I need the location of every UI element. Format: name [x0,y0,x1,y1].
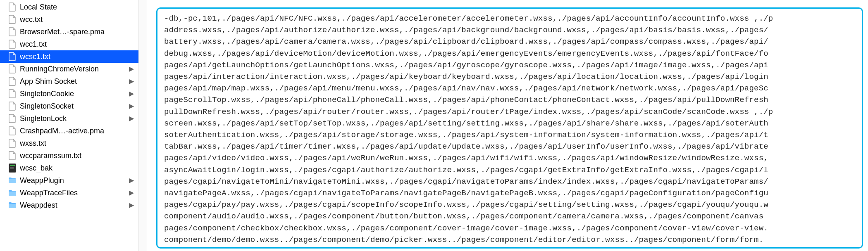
exec-icon [8,163,17,173]
svg-rect-3 [10,168,14,169]
file-list-item-label: wccparamssum.txt [20,149,135,162]
file-list-item[interactable]: CrashpadM…-active.pma [0,125,138,137]
file-list-item[interactable]: RunningChromeVersion▶ [0,63,138,75]
svg-rect-2 [10,167,14,168]
doc-blank-icon [8,64,17,74]
file-list-item-label: wxss.txt [20,137,135,149]
chevron-right-icon: ▶ [128,100,135,112]
content-line: debug.wxss,./pages/api/deviceMotion/devi… [164,48,855,59]
file-content-selection[interactable]: -db,-pc,101,./pages/api/NFC/NFC.wxss,./p… [156,7,863,249]
file-list-item-label: Weappdest [20,199,126,211]
file-list-item[interactable]: wcc1.txt [0,38,138,50]
content-line: asyncAwaitLogin/login.wxss,./pages/cgapi… [164,164,855,176]
chevron-right-icon: ▶ [128,63,135,75]
app-root: Local Statewcc.txtBrowserMet…-spare.pmaw… [0,0,868,251]
file-list-item[interactable]: App Shim Socket▶ [0,75,138,88]
file-list: Local Statewcc.txtBrowserMet…-spare.pmaw… [0,0,138,251]
file-list-item-label: App Shim Socket [20,75,126,88]
chevron-right-icon: ▶ [128,187,135,199]
doc-blank-icon [8,14,17,24]
doc-blank-icon [8,2,17,12]
file-list-item[interactable]: WeappTraceFiles▶ [0,187,138,199]
content-line: navigatePageA.wxss,./pages/cgapi/navigat… [164,187,855,199]
content-line: pages/component/checkbox/checkbox.wxss,.… [164,223,855,234]
file-list-item[interactable]: Local State [0,1,138,13]
file-list-item-label: Local State [20,1,135,13]
doc-blank-icon [8,27,17,37]
content-line: pages/api/video/video.wxss,./pages/api/w… [164,152,855,164]
doc-blank-icon [8,114,17,123]
doc-blank-icon [8,151,17,161]
doc-blank-icon [8,39,17,49]
file-list-item-label: SingletonCookie [20,88,126,100]
file-preview-pane: -db,-pc,101,./pages/api/NFC/NFC.wxss,./p… [147,0,868,251]
chevron-right-icon: ▶ [128,174,135,187]
file-list-item-label: SingletonSocket [20,100,126,112]
content-line: pages/api/getLaunchOptions/getLaunchOpti… [164,59,855,71]
file-list-item[interactable]: SingletonCookie▶ [0,88,138,100]
folder-icon [8,188,17,198]
doc-blank-icon [8,101,17,111]
content-line: soterAuthentication.wxss,./pages/api/sto… [164,129,855,141]
content-line: pullDownRefresh.wxss,./pages/api/router/… [164,106,855,118]
chevron-right-icon: ▶ [128,112,135,125]
file-list-item[interactable]: wxss.txt [0,137,138,149]
file-list-item-label: CrashpadM…-active.pma [20,125,135,137]
file-list-item-label: SingletonLock [20,112,126,125]
content-line: component/audio/audio.wxss,./pages/compo… [164,211,855,222]
sidebar-scrollbar[interactable] [138,0,147,251]
content-line: -db,-pc,101,./pages/api/NFC/NFC.wxss,./p… [164,13,855,24]
file-list-item-label: wcsc1.txt [20,50,135,63]
svg-rect-1 [10,165,15,166]
file-list-sidebar: Local Statewcc.txtBrowserMet…-spare.pmaw… [0,0,147,251]
content-line: pages/api/map/map.wxss,./pages/api/menu/… [164,83,855,94]
doc-blank-icon [8,126,17,136]
file-list-item[interactable]: wccparamssum.txt [0,149,138,162]
doc-blank-icon [8,76,17,86]
content-line: pageScrollTop.wxss,./pages/api/phoneCall… [164,94,855,106]
doc-blank-icon [8,89,17,99]
file-list-item-label: WeappTraceFiles [20,187,126,199]
file-list-item[interactable]: wcsc1.txt [0,50,138,63]
file-list-item[interactable]: WeappPlugin▶ [0,174,138,187]
content-line: pages/cgapi/navigateToMini/navigateToMin… [164,176,855,187]
content-line: pages/api/interaction/interaction.wxss,.… [164,71,855,83]
file-list-item[interactable]: BrowserMet…-spare.pma [0,26,138,38]
file-list-item[interactable]: wcc.txt [0,13,138,26]
content-line: address.wxss,./pages/api/authorize/autho… [164,24,855,36]
file-list-item-label: wcsc_bak [20,162,135,174]
folder-icon [8,175,17,185]
content-line: tabBar.wxss,./pages/api/timer/timer.wxss… [164,141,855,152]
content-line: component/demo/demo.wxss../pages/compone… [164,234,855,246]
file-list-item[interactable]: SingletonSocket▶ [0,100,138,112]
doc-blank-icon [8,138,17,148]
file-list-item[interactable]: SingletonLock▶ [0,112,138,125]
file-list-item-label: WeappPlugin [20,174,126,187]
doc-blank-icon [8,52,17,62]
content-line: screen.wxss,./pages/api/setTop/setTop.wx… [164,118,855,129]
file-list-item-label: BrowserMet…-spare.pma [20,26,135,38]
chevron-right-icon: ▶ [128,75,135,88]
chevron-right-icon: ▶ [128,199,135,211]
folder-icon [8,200,17,210]
file-list-item[interactable]: wcsc_bak [0,162,138,174]
chevron-right-icon: ▶ [128,88,135,100]
file-list-item-label: wcc1.txt [20,38,135,50]
file-list-item-label: RunningChromeVersion [20,63,126,75]
content-line: battery.wxss,./pages/api/camera/camera.w… [164,36,855,47]
content-line: pages/cgapi/pay/pay.wxss,./pages/cgapi/s… [164,199,855,211]
file-list-item-label: wcc.txt [20,13,135,26]
file-list-item[interactable]: Weappdest▶ [0,199,138,211]
